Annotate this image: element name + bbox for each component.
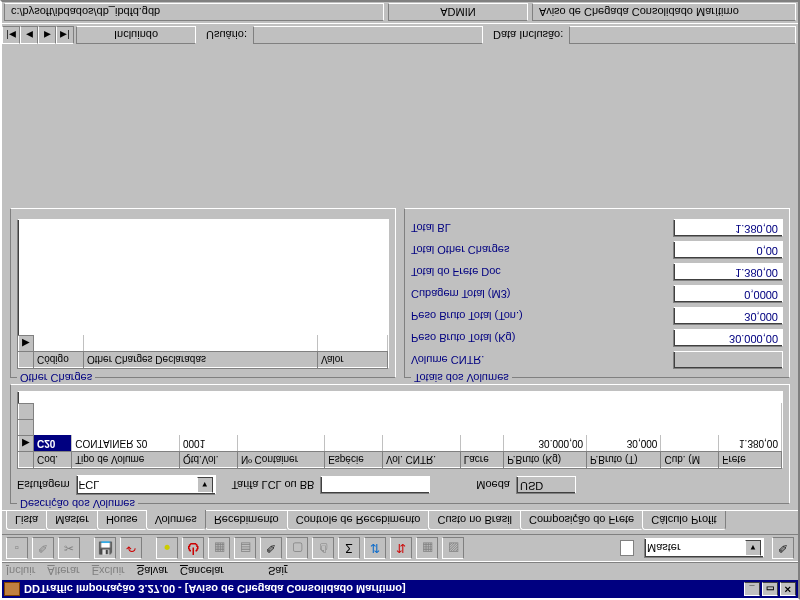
status-module: Aviso de Chegada Consolidado Marítimo — [532, 4, 796, 22]
tab-recebimento[interactable]: Recebimento — [205, 511, 288, 530]
status-row-2: c:/bysoft/ibdados/db_ibdfd.gdb ADMIN Avi… — [2, 2, 798, 24]
tool-clip-icon[interactable]: ▢ — [286, 537, 308, 559]
group-totais-volumes: Totais dos Volumes Volume CNTR.Peso Brut… — [404, 208, 790, 378]
moeda-field: USD — [516, 476, 576, 494]
total-value — [673, 351, 783, 369]
tool-save-icon[interactable]: 💾 — [94, 537, 116, 559]
chevron-down-icon[interactable]: ▼ — [197, 477, 213, 493]
total-label: Volume CNTR. — [411, 354, 673, 366]
tool-undo-icon[interactable]: ↶ — [120, 537, 142, 559]
tool-form-icon[interactable]: ▦ — [416, 537, 438, 559]
total-value: 1.380,00 — [673, 219, 783, 237]
nav-next-icon[interactable]: ▶ — [38, 26, 56, 44]
volumes-grid[interactable]: Cod. Tipo de Volume Qtd.Vol. Nº Containe… — [17, 391, 783, 469]
tool-sum-icon[interactable]: Σ — [338, 537, 360, 559]
status-path: c:/bysoft/ibdados/db_ibdfd.gdb — [4, 4, 384, 22]
menubar: Incluir Alterar Excluir SSalvaralvar Can… — [2, 562, 798, 580]
menu-salvar[interactable]: SSalvaralvar — [137, 566, 168, 578]
total-label: Cubagem Total (M3) — [411, 288, 673, 300]
tool-doc-icon[interactable]: ▦ — [208, 537, 230, 559]
table-row[interactable]: ▶ C20 CONTAINER 20 0001 30.000,00 30,000… — [19, 436, 782, 452]
total-value: 0,0000 — [673, 285, 783, 303]
table-row[interactable]: ▶ — [19, 336, 388, 352]
group-title: Totais dos Volumes — [411, 372, 512, 384]
tool-doc2-icon — [620, 540, 634, 556]
data-label: Data Inclusão: — [493, 29, 563, 41]
total-value: 30,000 — [673, 307, 783, 325]
othercharges-grid[interactable]: Código Other Charges Declaradas Valor ▶ — [17, 219, 389, 369]
tab-custo[interactable]: Custo no Brasil — [428, 511, 521, 530]
nav-prev-icon[interactable]: ◀ — [20, 26, 38, 44]
toolbar: ▫ ✎ ✂ 💾 ↶ ● ⏻ ▦ ▤ ✎ ▢ ⎙ Σ ⇵ ⇅ ▦ ▧ Master… — [2, 534, 798, 562]
minimize-button[interactable]: _ — [744, 582, 760, 596]
total-label: Peso Bruto Total (Kg) — [411, 332, 673, 344]
total-label: Total Other Charges — [411, 244, 673, 256]
status-row-1: |◀ ◀ ▶ ▶| Incluindo Usuário: Data Inclus… — [2, 24, 798, 46]
menu-sair[interactable]: Sair — [268, 566, 288, 578]
status-user: ADMIN — [388, 4, 528, 22]
tab-composicao[interactable]: Composição do Frete — [520, 511, 643, 530]
total-label: Total do Frete Doc — [411, 266, 673, 278]
estufagem-label: Estufagem — [17, 479, 70, 491]
total-value: 0,00 — [673, 241, 783, 259]
window-titlebar: DDTraffic Importação 3.27.00 - [Aviso de… — [2, 580, 798, 598]
total-label: Peso Bruto Total (Ton.) — [411, 310, 673, 322]
maximize-button[interactable]: ▭ — [762, 582, 778, 596]
group-other-charges: Other Charges Código Other Charges Decla… — [10, 208, 396, 378]
tarifa-field[interactable] — [320, 476, 430, 494]
app-icon — [4, 582, 20, 596]
menu-incluir: Incluir — [6, 566, 35, 578]
tab-volumes[interactable]: Volumes — [146, 510, 206, 530]
data-value — [569, 26, 796, 44]
estufagem-select[interactable]: FCL ▼ — [76, 475, 216, 495]
master-select[interactable]: Master ▼ — [644, 538, 764, 558]
usuario-label: Usuário: — [206, 29, 247, 41]
tab-house[interactable]: House — [97, 511, 147, 530]
estufagem-value: FCL — [79, 479, 100, 491]
tool-pen-icon[interactable]: ✎ — [260, 537, 282, 559]
total-value: 30.000,00 — [673, 329, 783, 347]
tab-lista[interactable]: Lista — [6, 511, 47, 530]
tool-print-icon[interactable]: ⎙ — [312, 537, 334, 559]
group-title: Other Charges — [17, 372, 95, 384]
group-descricao-volumes: Descrição dos Volumes Estufagem FCL ▼ Ta… — [10, 384, 790, 504]
menu-excluir: Excluir — [92, 566, 125, 578]
tab-master[interactable]: Master — [46, 511, 98, 530]
menu-cancelar[interactable]: Cancelar — [180, 566, 224, 578]
tab-controle[interactable]: Controle de Recebimento — [287, 511, 430, 530]
tool-exit-icon[interactable]: ⏻ — [182, 537, 204, 559]
tool-report-icon[interactable]: ▧ — [442, 537, 464, 559]
close-button[interactable]: ✕ — [780, 582, 796, 596]
window-title: DDTraffic Importação 3.27.00 - [Aviso de… — [24, 583, 406, 595]
menu-alterar: Alterar — [47, 566, 79, 578]
group-title: Descrição dos Volumes — [17, 498, 138, 510]
tool-sheet-icon[interactable]: ▤ — [234, 537, 256, 559]
tool-sort2-icon[interactable]: ⇅ — [390, 537, 412, 559]
status-mode: Incluindo — [76, 26, 196, 44]
total-label: Total BL — [411, 222, 673, 234]
tool-edit-icon[interactable]: ✎ — [32, 537, 54, 559]
usuario-value — [253, 26, 483, 44]
moeda-label: Moeda — [476, 479, 510, 491]
nav-first-icon[interactable]: |◀ — [2, 26, 20, 44]
tool-sort-icon[interactable]: ⇵ — [364, 537, 386, 559]
tool-edit2-icon[interactable]: ✎ — [772, 537, 794, 559]
tool-new-icon[interactable]: ▫ — [6, 537, 28, 559]
tab-profit[interactable]: Cálculo Profit — [642, 511, 725, 530]
nav-last-icon[interactable]: ▶| — [56, 26, 74, 44]
master-select-value: Master — [647, 542, 681, 554]
tab-strip: Lista Master House Volumes Recebimento C… — [2, 510, 798, 532]
total-value: 1.380,00 — [673, 263, 783, 281]
tool-light-icon[interactable]: ● — [156, 537, 178, 559]
tool-delete-icon[interactable]: ✂ — [58, 537, 80, 559]
chevron-down-icon[interactable]: ▼ — [745, 540, 761, 556]
tarifa-label: Tarifa LCL ou BB — [232, 479, 315, 491]
